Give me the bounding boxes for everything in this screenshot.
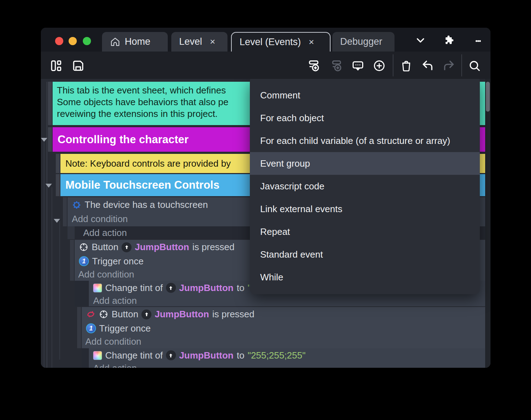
panels-icon bbox=[49, 59, 63, 74]
action-change-tint-2[interactable]: Change tint of JumpButton to "255;255;25… bbox=[89, 348, 485, 368]
toolbar-divider bbox=[393, 54, 393, 76]
tab-level-events-label: Level (Events) bbox=[240, 37, 301, 48]
extensions-button[interactable] bbox=[443, 35, 455, 47]
app-window: Home Level × Level (Events) × Debugger bbox=[41, 28, 490, 368]
comment-bubble-icon bbox=[351, 59, 365, 74]
object-name: JumpButton bbox=[179, 350, 234, 361]
collapse-arrow-icon[interactable] bbox=[41, 138, 47, 142]
add-action-link[interactable]: Add action bbox=[93, 363, 137, 368]
sheet-scrollbar-thumb[interactable] bbox=[486, 82, 490, 112]
object-name: JumpButton bbox=[155, 309, 209, 320]
toolbar bbox=[41, 52, 490, 79]
action-to: to bbox=[237, 350, 245, 361]
redo-button[interactable] bbox=[442, 59, 456, 74]
redo-icon bbox=[442, 59, 456, 74]
undo-icon bbox=[421, 59, 434, 74]
event-drag-handle[interactable] bbox=[48, 82, 52, 125]
indent-guide bbox=[59, 221, 60, 360]
menu-item-javascript-code[interactable]: Javascript code bbox=[250, 175, 480, 198]
condition-text: Button bbox=[92, 242, 118, 253]
indent-guide bbox=[44, 142, 44, 368]
tab-level-close-icon[interactable]: × bbox=[210, 36, 215, 47]
button-control-icon bbox=[79, 242, 88, 252]
tab-level[interactable]: Level × bbox=[171, 32, 227, 52]
condition-suffix: is pressed bbox=[192, 242, 235, 253]
add-action-link[interactable]: Add action bbox=[93, 295, 137, 306]
more-menu-button[interactable] bbox=[472, 35, 484, 47]
add-event-icon bbox=[307, 59, 322, 74]
tab-level-events-close-icon[interactable]: × bbox=[309, 37, 314, 48]
add-action-link[interactable]: Add action bbox=[83, 227, 127, 238]
collapse-arrow-icon[interactable] bbox=[54, 219, 60, 223]
add-comment-button[interactable] bbox=[351, 59, 365, 74]
toolbar-divider bbox=[461, 54, 462, 76]
tab-home-label: Home bbox=[125, 36, 150, 47]
traffic-zoom-button[interactable] bbox=[83, 37, 91, 45]
tab-overflow-button[interactable] bbox=[414, 35, 427, 47]
trigger-once-text: Trigger once bbox=[92, 256, 144, 267]
collapse-arrow-icon[interactable] bbox=[45, 184, 52, 188]
button-control-icon bbox=[99, 309, 108, 319]
delete-button[interactable] bbox=[399, 59, 413, 74]
menu-item-for-each-child-variable[interactable]: For each child variable (of a structure … bbox=[250, 129, 480, 152]
object-name: JumpButton bbox=[179, 282, 234, 294]
add-condition-link[interactable]: Add condition bbox=[85, 336, 141, 347]
action-text: Change tint of bbox=[105, 282, 163, 294]
menu-item-event-group[interactable]: Event group bbox=[250, 152, 480, 175]
plus-circle-icon bbox=[372, 59, 386, 74]
tab-home[interactable]: Home bbox=[102, 32, 168, 52]
menu-item-comment[interactable]: Comment bbox=[250, 84, 480, 107]
undo-button[interactable] bbox=[420, 59, 435, 74]
add-condition-link[interactable]: Add condition bbox=[72, 214, 128, 225]
toggle-panels-button[interactable] bbox=[49, 59, 63, 74]
condition-text: Button bbox=[112, 309, 138, 320]
tab-debugger-label: Debugger bbox=[340, 36, 382, 47]
titlebar: Home Level × Level (Events) × Debugger bbox=[41, 28, 490, 52]
object-name: JumpButton bbox=[135, 242, 189, 253]
traffic-minimize-button[interactable] bbox=[69, 37, 77, 45]
choose-add-button[interactable] bbox=[372, 59, 386, 74]
menu-item-standard-event[interactable]: Standard event bbox=[250, 243, 480, 266]
save-button[interactable] bbox=[71, 59, 85, 74]
event-drag-handle[interactable] bbox=[63, 197, 67, 226]
puzzle-icon bbox=[443, 34, 455, 47]
object-thumbnail-icon bbox=[141, 309, 151, 319]
add-event-context-menu: Comment For each object For each child v… bbox=[250, 79, 480, 294]
action-value: "255;255;255" bbox=[248, 350, 306, 361]
event-filler bbox=[68, 226, 75, 239]
add-condition-link[interactable]: Add condition bbox=[78, 269, 134, 280]
menu-item-repeat[interactable]: Repeat bbox=[250, 220, 480, 243]
menu-item-for-each-object[interactable]: For each object bbox=[250, 107, 480, 129]
menu-item-link-external-events[interactable]: Link external events bbox=[250, 198, 480, 220]
event-drag-handle[interactable] bbox=[48, 127, 52, 152]
object-thumbnail-icon bbox=[166, 283, 176, 293]
sheet-scrollbar[interactable] bbox=[485, 79, 490, 368]
event-drag-handle[interactable] bbox=[70, 240, 74, 281]
event-drag-handle[interactable] bbox=[56, 154, 60, 173]
event-jumpbutton-2[interactable]: Button JumpButton is pressed 1 Trigger o… bbox=[82, 307, 485, 348]
traffic-close-button[interactable] bbox=[55, 37, 63, 45]
tint-color-icon bbox=[93, 351, 102, 360]
tint-color-icon bbox=[93, 284, 102, 292]
trigger-once-text: Trigger once bbox=[99, 323, 151, 334]
add-subevent-button[interactable] bbox=[329, 59, 344, 74]
event-drag-handle[interactable] bbox=[77, 307, 81, 348]
gear-condition-icon bbox=[72, 200, 81, 210]
object-thumbnail-icon bbox=[122, 242, 132, 252]
add-subevent-icon bbox=[329, 59, 344, 74]
tab-level-label: Level bbox=[179, 36, 202, 47]
search-icon bbox=[468, 59, 481, 74]
chevron-down-icon bbox=[415, 35, 426, 47]
action-to: to bbox=[237, 282, 245, 294]
search-button[interactable] bbox=[467, 59, 482, 74]
trigger-once-icon: 1 bbox=[79, 256, 89, 266]
tab-level-events[interactable]: Level (Events) × bbox=[231, 32, 331, 52]
tab-debugger[interactable]: Debugger bbox=[332, 32, 395, 52]
event-drag-handle[interactable] bbox=[56, 174, 60, 196]
trash-icon bbox=[400, 59, 413, 74]
indent-guide bbox=[47, 82, 47, 368]
condition-text: The device has a touchscreen bbox=[85, 199, 208, 210]
menu-item-while[interactable]: While bbox=[250, 266, 480, 289]
add-event-button[interactable] bbox=[307, 59, 322, 74]
desktop-background: Home Level × Level (Events) × Debugger bbox=[0, 0, 531, 420]
